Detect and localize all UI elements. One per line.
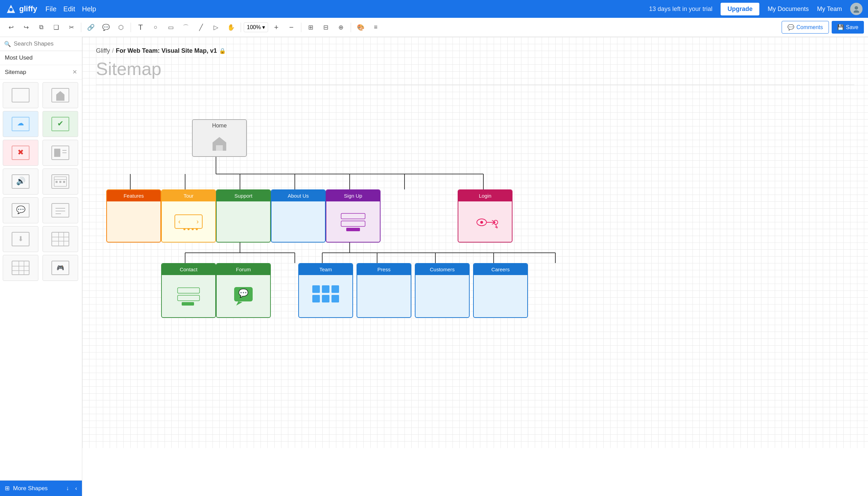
toolbar: ↩ ↪ ⧉ ❑ ✂ 🔗 💬 ⬡ T ○ ▭ ⌒ ╱ ▷ ✋ 100% ▾ + −… — [0, 18, 868, 37]
redo-button[interactable]: ↪ — [19, 21, 33, 34]
logo[interactable]: gliffy — [5, 3, 37, 14]
svg-rect-87 — [182, 302, 194, 306]
crosshair-tool[interactable]: ⊕ — [334, 21, 348, 34]
svg-rect-94 — [312, 295, 320, 302]
shape-card-page[interactable] — [43, 140, 78, 166]
cut-button[interactable]: ✂ — [64, 21, 78, 34]
save-label: Save — [846, 24, 858, 30]
distribute-tool[interactable]: ⊟ — [319, 21, 333, 34]
duplicate-button[interactable]: ❑ — [49, 21, 63, 34]
most-used-header[interactable]: Most Used — [0, 51, 82, 65]
copy-button[interactable]: ⧉ — [34, 21, 48, 34]
toolbar-separator-2 — [131, 23, 131, 32]
undo-button[interactable]: ↩ — [4, 21, 18, 34]
shape-gamepad-page[interactable]: 🎮 — [43, 255, 78, 281]
node-customers[interactable]: Customers — [415, 263, 470, 318]
svg-point-73 — [196, 228, 198, 230]
svg-rect-4 — [12, 88, 29, 102]
more-shapes-icon: ⊞ — [5, 485, 10, 492]
node-tour[interactable]: Tour ‹ › — [161, 189, 216, 243]
avatar[interactable] — [850, 3, 863, 15]
svg-rect-75 — [341, 221, 365, 226]
canvas-divider — [96, 85, 854, 85]
layers-tool[interactable]: ≡ — [369, 21, 383, 34]
close-section-icon: ✕ — [72, 69, 77, 76]
node-features-label: Features — [107, 190, 160, 201]
node-sign-up-label: Sign Up — [326, 190, 380, 201]
link-tool[interactable]: 🔗 — [84, 21, 98, 34]
node-support-label: Support — [217, 190, 270, 201]
node-about-us[interactable]: About Us — [271, 189, 326, 243]
node-press[interactable]: Press — [357, 263, 411, 318]
svg-rect-76 — [346, 228, 360, 231]
shape-doc-page[interactable] — [43, 197, 78, 223]
node-sign-up[interactable]: Sign Up — [326, 189, 381, 243]
svg-rect-93 — [331, 285, 339, 293]
shape-check-page[interactable]: ✔ — [43, 111, 78, 137]
shapes-section: ☁ ✔ ✖ 🔊 — [0, 79, 82, 480]
svg-point-3 — [854, 10, 859, 13]
node-features[interactable]: Features — [106, 189, 161, 243]
shape-cloud-page[interactable]: ☁ — [3, 111, 38, 137]
node-login[interactable]: Login — [458, 189, 513, 243]
breadcrumb-parent[interactable]: Gliffy — [96, 47, 110, 54]
line-tool[interactable]: ⌒ — [179, 21, 193, 34]
upgrade-button[interactable]: Upgrade — [721, 3, 759, 15]
shape-blank-page[interactable] — [3, 82, 38, 108]
nav-edit[interactable]: Edit — [63, 5, 75, 13]
node-careers-label: Careers — [474, 264, 527, 275]
save-button[interactable]: 💾 Save — [832, 21, 864, 34]
shape-chat-page[interactable]: 💬 — [3, 197, 38, 223]
more-shapes-button[interactable]: ⊞ More Shapes ↓ ‹ — [0, 480, 82, 496]
comments-button[interactable]: 💬 Comments — [782, 21, 829, 34]
canvas[interactable]: Gliffy / For Web Team: Visual Site Map, … — [82, 37, 868, 496]
node-customers-label: Customers — [415, 264, 469, 275]
node-forum[interactable]: Forum 💬 — [216, 263, 271, 318]
hand-tool[interactable]: ✋ — [224, 21, 238, 34]
node-home[interactable]: Home — [192, 119, 247, 157]
rectangle-tool[interactable]: ▭ — [164, 21, 178, 34]
diagonal-line-tool[interactable]: ╱ — [194, 21, 208, 34]
zoom-level: 100% — [247, 24, 261, 30]
node-support[interactable]: Support — [216, 189, 271, 243]
node-team[interactable]: Team — [298, 263, 353, 318]
shape-calendar-page[interactable] — [43, 169, 78, 195]
nav-help[interactable]: Help — [82, 5, 96, 13]
shape-download-page[interactable]: ⬇ — [3, 226, 38, 252]
shape-grid-page[interactable] — [3, 255, 38, 281]
sidebar: 🔍 Most Used Sitemap ✕ — [0, 37, 82, 496]
shape-table-page[interactable] — [43, 226, 78, 252]
svg-rect-14 — [54, 149, 60, 157]
comment-tool[interactable]: 💬 — [99, 21, 113, 34]
shape-home-page[interactable] — [43, 82, 78, 108]
search-input[interactable] — [14, 40, 78, 47]
node-careers[interactable]: Careers — [473, 263, 528, 318]
shape-grid: ☁ ✔ ✖ 🔊 — [3, 82, 79, 281]
svg-point-2 — [855, 6, 858, 10]
node-contact[interactable]: Contact — [161, 263, 216, 318]
svg-rect-85 — [178, 288, 200, 293]
my-documents-button[interactable]: My Documents — [768, 5, 809, 13]
align-tool[interactable]: ⊞ — [304, 21, 318, 34]
zoom-out-button[interactable]: − — [285, 21, 298, 34]
my-team-button[interactable]: My Team — [817, 5, 842, 13]
shape-audio-page[interactable]: 🔊 — [3, 169, 38, 195]
zoom-control[interactable]: 100% ▾ — [244, 22, 268, 32]
node-about-us-label: About Us — [272, 190, 325, 201]
sitemap-section-header[interactable]: Sitemap ✕ — [0, 65, 82, 79]
node-press-label: Press — [357, 264, 411, 275]
node-login-body — [458, 201, 512, 242]
svg-rect-74 — [341, 213, 365, 219]
color-tool[interactable]: 🎨 — [354, 21, 367, 34]
collapse-sidebar-icon[interactable]: ‹ — [75, 485, 77, 492]
select-tool[interactable]: ▷ — [209, 21, 223, 34]
text-tool[interactable]: T — [134, 21, 147, 34]
zoom-in-button[interactable]: + — [269, 21, 283, 34]
svg-rect-91 — [312, 285, 320, 293]
nav-file[interactable]: File — [46, 5, 57, 13]
svg-marker-89 — [236, 301, 242, 306]
node-home-label: Home — [193, 120, 246, 132]
ellipse-tool[interactable]: ○ — [149, 21, 162, 34]
lasso-tool[interactable]: ⬡ — [114, 21, 128, 34]
shape-error-page[interactable]: ✖ — [3, 140, 38, 166]
